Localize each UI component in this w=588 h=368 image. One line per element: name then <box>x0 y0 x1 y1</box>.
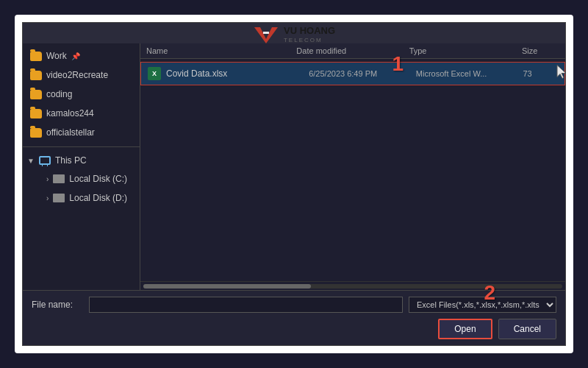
svg-rect-1 <box>263 32 269 34</box>
sidebar-item-kamalos244[interactable]: kamalos244 <box>23 104 140 123</box>
open-button[interactable]: Open <box>438 319 492 339</box>
sidebar-label-kamalos244: kamalos244 <box>46 108 94 118</box>
main-content: Work 📌 video2Recreate coding kamalos244 <box>23 43 565 290</box>
monitor-icon <box>39 156 51 165</box>
sidebar-divider <box>23 146 140 147</box>
step-badge-1: 1 <box>392 52 404 76</box>
svg-marker-2 <box>557 66 565 79</box>
scrollbar-area <box>140 281 565 290</box>
col-header-size: Size <box>522 46 559 55</box>
expand-icon-localc: › <box>46 175 49 183</box>
logo-svg <box>253 24 279 45</box>
file-area: Name Date modified Type Size X Covid Dat… <box>140 43 565 290</box>
col-header-type: Type <box>409 46 522 55</box>
folder-icon-work <box>30 52 42 61</box>
filetype-dropdown[interactable]: Excel Files(*.xls,*.xlsx,*.xlsm,*.xlts <box>409 297 556 313</box>
disk-icon-d <box>53 194 65 202</box>
file-size-coviddata: 73 <box>523 69 559 78</box>
buttons-row: Open Cancel <box>32 319 556 339</box>
logo-bar: VU HOANG TELECOM <box>253 24 335 45</box>
folder-icon-coding <box>30 90 42 99</box>
sidebar-item-locald[interactable]: › Local Disk (D:) <box>23 188 140 208</box>
filename-label: File name: <box>32 300 83 310</box>
logo-text-group: VU HOANG TELECOM <box>284 26 335 43</box>
filename-input[interactable] <box>89 297 403 313</box>
outer-wrapper: VU HOANG TELECOM Work 📌 video2Recreate <box>15 15 573 353</box>
step-badge-2: 2 <box>484 281 495 305</box>
sidebar-label-thispc: This PC <box>55 155 87 166</box>
svg-marker-0 <box>254 27 278 43</box>
scrollbar-track[interactable] <box>143 284 562 289</box>
scrollbar-thumb <box>143 284 311 289</box>
sidebar-label-localc: Local Disk (C:) <box>69 174 127 184</box>
brand-name: VU HOANG <box>284 26 335 36</box>
cursor-arrow <box>556 64 565 84</box>
file-name-coviddata: Covid Data.xlsx <box>166 68 309 79</box>
cancel-button[interactable]: Cancel <box>498 319 556 339</box>
expand-icon-thispc: ▼ <box>27 157 35 165</box>
sidebar-item-work[interactable]: Work 📌 <box>23 46 140 66</box>
excel-icon-x: X <box>148 67 161 80</box>
folder-icon-video2recreate <box>30 71 42 80</box>
folder-icon-kamalos <box>30 109 42 118</box>
file-row-coviddata[interactable]: X Covid Data.xlsx 6/25/2023 6:49 PM Micr… <box>140 62 565 85</box>
sidebar-item-video2recreate[interactable]: video2Recreate <box>23 66 140 85</box>
brand-sub: TELECOM <box>284 37 335 43</box>
file-dialog: VU HOANG TELECOM Work 📌 video2Recreate <box>22 22 566 346</box>
excel-file-icon: X <box>147 66 162 81</box>
file-list: X Covid Data.xlsx 6/25/2023 6:49 PM Micr… <box>140 59 565 281</box>
filename-row: File name: Excel Files(*.xls,*.xlsx,*.xl… <box>32 297 556 313</box>
expand-icon-locald: › <box>46 194 49 202</box>
sidebar-item-officialstellar[interactable]: officialstellar <box>23 123 140 142</box>
disk-icon-c <box>53 174 65 183</box>
sidebar-label-video2recreate: video2Recreate <box>46 70 108 80</box>
pin-icon: 📌 <box>71 52 80 60</box>
col-header-name: Name <box>146 46 296 55</box>
sidebar-label-work: Work <box>46 51 67 61</box>
sidebar-label-locald: Local Disk (D:) <box>69 193 127 203</box>
sidebar: Work 📌 video2Recreate coding kamalos244 <box>23 43 140 290</box>
folder-icon-officialstellar <box>30 128 42 138</box>
column-headers: Name Date modified Type Size <box>140 43 565 59</box>
sidebar-label-coding: coding <box>46 89 72 99</box>
sidebar-section-thispc[interactable]: ▼ This PC <box>23 152 140 169</box>
sidebar-item-localc[interactable]: › Local Disk (C:) <box>23 169 140 188</box>
file-type-coviddata: Microsoft Excel W... <box>416 69 523 78</box>
sidebar-item-coding[interactable]: coding <box>23 85 140 104</box>
sidebar-label-officialstellar: officialstellar <box>46 127 95 138</box>
